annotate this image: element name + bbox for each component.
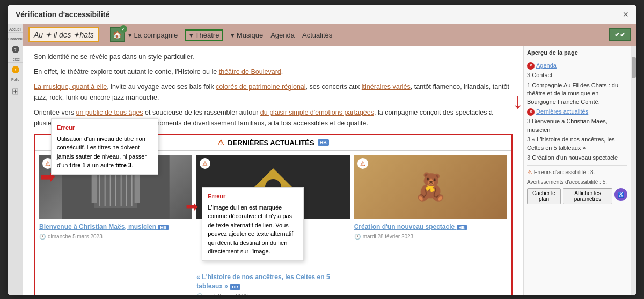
- section-title: DERNIÈRES ACTUALITÉS: [228, 139, 314, 147]
- link-public[interactable]: un public de tous âges: [76, 109, 143, 116]
- clock-icon-1: 🕐: [39, 234, 46, 240]
- main-content: Au ✦ il des ✦hats 🏠 ✔ ▾ La compagnie ▾ T…: [23, 24, 636, 295]
- error-tooltip-2-title: Erreur: [208, 192, 298, 201]
- section-actualites: ⚠ DERNIÈRES ACTUALITÉS HB Erreur: [34, 134, 513, 295]
- panel-item-contact: 3 Contact: [527, 71, 627, 79]
- nav-link-compagnie[interactable]: ▾ La compagnie: [128, 31, 178, 39]
- nav-link-agenda[interactable]: Agenda: [270, 31, 295, 39]
- left-icon3: ⊞: [12, 86, 19, 96]
- nav-check-badge: ✔: [120, 25, 127, 33]
- hb-badge-section: HB: [318, 139, 329, 146]
- right-panel: Aperçu de la page ✗ Agenda 3 Contact 1 C…: [523, 46, 631, 295]
- nav-home-button[interactable]: 🏠 ✔: [110, 27, 125, 42]
- error-tooltip-1: Erreur Utilisation d'un niveau de titre …: [51, 118, 158, 175]
- x-badge-agenda: ✗: [527, 62, 535, 70]
- article-date-3: 🕐 mardi 28 février 2023: [354, 234, 507, 240]
- error-tooltip-1-text: Utilisation d'un niveau de titre non con…: [57, 134, 152, 170]
- section-warning-icon: ⚠: [217, 138, 224, 147]
- nav-check-text: ✔✔: [614, 31, 625, 39]
- hide-plan-button[interactable]: Cacher le plan: [527, 188, 561, 204]
- left-panel: Accueil Contenu ? Texte ! Polic ⊞: [8, 24, 23, 295]
- article-warn-icon-1: ⚠: [45, 160, 50, 167]
- article-warning-badge-3: ⚠: [357, 158, 368, 169]
- hb-badge-1: HB: [158, 225, 169, 230]
- hb-badge-2: HB: [230, 284, 240, 290]
- scrollbar-thumb[interactable]: [632, 57, 636, 78]
- article-img-3: ⚠ 🧸: [354, 155, 507, 219]
- right-panel-title: Aperçu de la page: [527, 49, 627, 58]
- content-area: Son identité ne se révèle pas dans un st…: [23, 46, 523, 295]
- article-title-3[interactable]: Création d'un nouveau spectacle HB: [354, 222, 507, 231]
- panel-item-christian: 3 Bienvenue à Christian Maës, musicien: [527, 117, 627, 134]
- show-params-button[interactable]: Afficher les paramètres: [563, 188, 612, 204]
- nav-links: ▾ La compagnie ▾ Théâtre ▾ Musique Agend…: [128, 29, 609, 41]
- right-panel-footer: ⚠ Erreurs d'accessibilité : 8. Avertisse…: [527, 165, 627, 204]
- modal-close-button[interactable]: ×: [623, 10, 628, 19]
- error-tooltip-1-title: Erreur: [57, 123, 152, 132]
- article-warning-badge-2: ⚠: [200, 158, 210, 169]
- article-warn-icon-2: ⚠: [202, 160, 208, 167]
- link-theatre-boulevard[interactable]: théâtre de Boulevard: [219, 68, 281, 76]
- panel-item-dernieres: ✗ Dernières actualités: [527, 108, 627, 116]
- left-label-contenu: Contenu: [8, 36, 23, 42]
- accessibility-icon: ♿: [618, 192, 624, 198]
- panel-item-agenda: ✗ Agenda: [527, 62, 627, 70]
- article-card-2: ⚠ Erreur: [196, 155, 349, 295]
- article-title-2[interactable]: « L'histoire de nos ancêtres, les Celtes…: [196, 273, 349, 291]
- left-label-poli: Polic: [8, 77, 23, 83]
- article-date-1: 🕐 dimanche 5 mars 2023: [39, 234, 192, 240]
- svg-rect-3: [135, 171, 140, 203]
- teddy-emoji: 🧸: [414, 171, 447, 203]
- nav-link-actualites[interactable]: Actualités: [302, 31, 332, 39]
- panel-item-celtes: 3 « L'histoire de nos ancêtres, les Celt…: [527, 136, 627, 152]
- logo-text: Au ✦ il des ✦hats: [34, 31, 94, 39]
- left-label-texte: Texte: [8, 56, 23, 63]
- link-itineraires[interactable]: itinéraires variés: [362, 83, 411, 91]
- content-para1: Son identité ne se révèle pas dans un st…: [34, 51, 513, 62]
- articles-row: Erreur Utilisation d'un niveau de titre …: [35, 151, 511, 295]
- link-plaisir[interactable]: du plaisir simple d'émotions partagées: [260, 109, 374, 116]
- article-warn-icon-3: ⚠: [360, 160, 365, 167]
- article-date-2: 🕐 jeudi 2 mars 2023: [196, 293, 349, 295]
- x-badge-dernieres: ✗: [527, 108, 535, 116]
- modal-body: Accueil Contenu ? Texte ! Polic ⊞ Au ✦ i…: [8, 24, 636, 295]
- panel-footer-buttons: Cacher le plan Afficher les paramètres ♿: [527, 188, 627, 204]
- panel-footer-warnings: Avertissements d'accessibilité : 5.: [527, 179, 627, 185]
- modal-overlay: Vérification d'accessibilité × Accueil C…: [0, 0, 644, 299]
- panel-link-dernieres[interactable]: Dernières actualités: [536, 108, 588, 116]
- accessibility-circle-button[interactable]: ♿: [614, 188, 627, 201]
- link-patrimoine[interactable]: colorés de patrimoine régional: [216, 83, 305, 91]
- warn-icon-errors: ⚠: [527, 169, 532, 175]
- scrollbar-track[interactable]: [631, 46, 636, 295]
- left-icon1: ?: [12, 46, 19, 53]
- nav-link-theatre[interactable]: ▾ Théâtre: [185, 29, 223, 41]
- nav-right-check[interactable]: ✔✔: [609, 28, 631, 41]
- arrow-tooltip-2-icon: ➡: [186, 198, 198, 215]
- left-label-accueil: Accueil: [8, 26, 23, 33]
- content-scroll: Son identité ne se révèle pas dans un st…: [23, 46, 636, 295]
- clock-icon-3: 🕐: [354, 234, 361, 240]
- panel-item-compagnie: 1 Compagnie Au Fil des Chats : du théâtr…: [527, 81, 627, 106]
- site-navbar: Au ✦ il des ✦hats 🏠 ✔ ▾ La compagnie ▾ T…: [23, 24, 636, 46]
- modal-title: Vérification d'accessibilité: [16, 10, 109, 19]
- article-card-1: ⚠: [39, 155, 192, 295]
- error-tooltip-2: Erreur L'image du lien est marquée comme…: [202, 187, 304, 261]
- nav-link-musique[interactable]: ▾ Musique: [231, 31, 263, 39]
- hb-badge-3: HB: [457, 225, 467, 230]
- error-tooltip-2-text: L'image du lien est marquée comme décora…: [208, 203, 298, 256]
- article-title-1[interactable]: Bienvenue à Christian Maës, musicien HB: [39, 222, 192, 231]
- article-card-3: ⚠ 🧸 Création d'un nouveau spectacle HB 🕐: [354, 155, 507, 295]
- link-musique[interactable]: La musique, quant à elle: [34, 83, 107, 91]
- panel-footer-errors: ⚠ Erreurs d'accessibilité : 8.: [527, 169, 627, 176]
- content-para3: La musique, quant à elle, invite au voya…: [34, 81, 513, 103]
- site-logo: Au ✦ il des ✦hats: [28, 27, 99, 42]
- svg-rect-2: [92, 171, 97, 203]
- panel-link-agenda[interactable]: Agenda: [536, 62, 557, 70]
- content-para2: En effet, le théâtre explore tout autant…: [34, 66, 513, 77]
- accessibility-modal: Vérification d'accessibilité × Accueil C…: [8, 5, 636, 295]
- left-icon2: !: [12, 66, 19, 73]
- modal-header: Vérification d'accessibilité ×: [8, 5, 636, 24]
- panel-item-creation: 3 Création d'un nouveau spectacle: [527, 154, 627, 162]
- clock-icon-2: 🕐: [196, 293, 203, 295]
